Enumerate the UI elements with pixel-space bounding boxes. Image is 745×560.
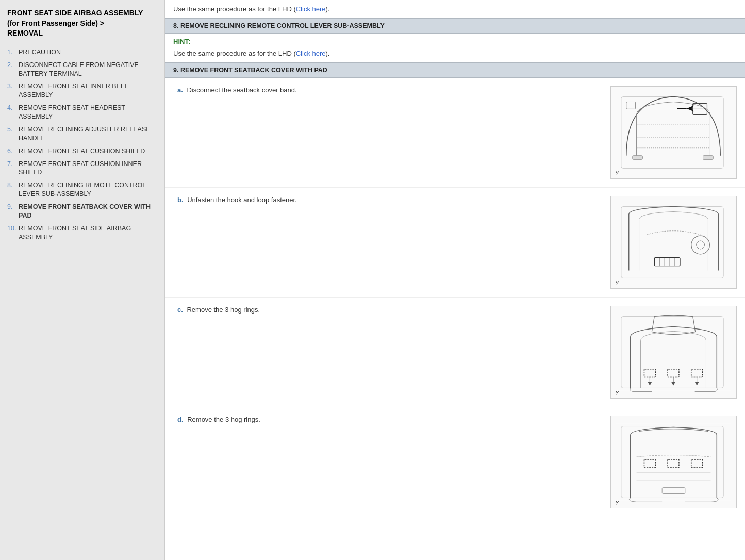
toc-item-7[interactable]: 7.REMOVE FRONT SEAT CUSHION INNER SHIELD <box>7 160 157 177</box>
toc-num-7: 7. <box>7 160 19 177</box>
toc-item-1[interactable]: 1.PRECAUTION <box>7 48 157 57</box>
step-a-content: a. Disconnect the seatback cover band. <box>177 86 610 94</box>
hint-text: Use the same procedure as for the LHD (C… <box>165 47 745 62</box>
toc-item-3[interactable]: 3.REMOVE FRONT SEAT INNER BELT ASSEMBLY <box>7 82 157 100</box>
step-d-label: d. <box>177 416 184 423</box>
toc-num-3: 3. <box>7 82 19 100</box>
svg-rect-12 <box>616 204 731 281</box>
toc-item-2[interactable]: 2.DISCONNECT CABLE FROM NEGATIVE BATTERY… <box>7 61 157 78</box>
toc-label-2: DISCONNECT CABLE FROM NEGATIVE BATTERY T… <box>19 61 157 78</box>
sidebar: FRONT SEAT SIDE AIRBAG ASSEMBLY (for Fro… <box>0 0 165 560</box>
svg-rect-11 <box>703 156 714 160</box>
toc-num-4: 4. <box>7 104 19 121</box>
toc-num-5: 5. <box>7 125 19 143</box>
svg-rect-32 <box>616 424 731 501</box>
toc-num-9: 9. <box>7 203 19 220</box>
toc-label-6: REMOVE FRONT SEAT CUSHION SHIELD <box>19 147 145 156</box>
toc-label-5: REMOVE RECLINING ADJUSTER RELEASE HANDLE <box>19 125 157 143</box>
step-b-text: Unfasten the hook and loop fastener. <box>187 196 297 204</box>
step-c-text: Remove the 3 hog rings. <box>187 306 260 314</box>
toc-item-4[interactable]: 4.REMOVE FRONT SEAT HEADREST ASSEMBLY <box>7 104 157 121</box>
toc-item-5[interactable]: 5.REMOVE RECLINING ADJUSTER RELEASE HAND… <box>7 125 157 143</box>
main-content: Use the same procedure as for the LHD (C… <box>165 0 745 560</box>
toc-num-2: 2. <box>7 61 19 78</box>
toc-list: 1.PRECAUTION2.DISCONNECT CABLE FROM NEGA… <box>7 48 157 242</box>
toc-num-8: 8. <box>7 181 19 199</box>
toc-label-4: REMOVE FRONT SEAT HEADREST ASSEMBLY <box>19 104 157 121</box>
step-a-row: a. Disconnect the seatback cover band. <box>165 78 745 188</box>
section9-header: 9. REMOVE FRONT SEATBACK COVER WITH PAD <box>165 62 745 78</box>
step-c-label: c. <box>177 306 183 314</box>
intro-link[interactable]: Click here <box>296 5 326 13</box>
page-title: FRONT SEAT SIDE AIRBAG ASSEMBLY (for Fro… <box>7 8 157 39</box>
toc-item-10[interactable]: 10.REMOVE FRONT SEAT SIDE AIRBAG ASSEMBL… <box>7 224 157 242</box>
toc-label-3: REMOVE FRONT SEAT INNER BELT ASSEMBLY <box>19 82 157 100</box>
hint-link[interactable]: Click here <box>296 50 326 57</box>
toc-item-8[interactable]: 8.REMOVE RECLINING REMOTE CONTROL LEVER … <box>7 181 157 199</box>
step-b-label: b. <box>177 196 184 204</box>
toc-num-1: 1. <box>7 48 19 57</box>
toc-label-1: PRECAUTION <box>19 48 61 57</box>
step-a-y-label: Y <box>615 170 619 176</box>
svg-rect-10 <box>633 156 643 160</box>
toc-label-10: REMOVE FRONT SEAT SIDE AIRBAG ASSEMBLY <box>19 224 157 242</box>
toc-label-9: REMOVE FRONT SEATBACK COVER WITH PAD <box>19 203 157 220</box>
step-c-image: Y <box>610 306 737 399</box>
step-d-y-label: Y <box>615 500 619 506</box>
step-a-image: Y <box>610 86 737 179</box>
toc-num-10: 10. <box>7 224 19 242</box>
hint-label: HINT: <box>173 38 190 45</box>
step-d-image: Y <box>610 416 737 508</box>
step-b-content: b. Unfasten the hook and loop fastener. <box>177 196 610 204</box>
step-b-image: Y <box>610 196 737 289</box>
toc-item-6[interactable]: 6.REMOVE FRONT SEAT CUSHION SHIELD <box>7 147 157 156</box>
step-c-y-label: Y <box>615 390 619 396</box>
toc-label-7: REMOVE FRONT SEAT CUSHION INNER SHIELD <box>19 160 157 177</box>
step-b-y-label: Y <box>615 280 619 286</box>
step-c-content: c. Remove the 3 hog rings. <box>177 306 610 314</box>
toc-item-9[interactable]: 9.REMOVE FRONT SEATBACK COVER WITH PAD <box>7 203 157 220</box>
section8-header: 8. REMOVE RECLINING REMOTE CONTROL LEVER… <box>165 18 745 34</box>
step-d-text: Remove the 3 hog rings. <box>187 416 260 423</box>
intro-text: Use the same procedure as for the LHD (C… <box>165 0 745 18</box>
toc-num-6: 6. <box>7 147 19 156</box>
step-d-content: d. Remove the 3 hog rings. <box>177 416 610 423</box>
step-c-row: c. Remove the 3 hog rings. <box>165 298 745 407</box>
hint-block: HINT: <box>165 34 745 47</box>
step-d-row: d. Remove the 3 hog rings. <box>165 407 745 517</box>
step-b-row: b. Unfasten the hook and loop fastener. <box>165 188 745 298</box>
toc-label-8: REMOVE RECLINING REMOTE CONTROL LEVER SU… <box>19 181 157 199</box>
step-a-text: Disconnect the seatback cover band. <box>187 86 296 94</box>
step-a-label: a. <box>177 86 183 94</box>
